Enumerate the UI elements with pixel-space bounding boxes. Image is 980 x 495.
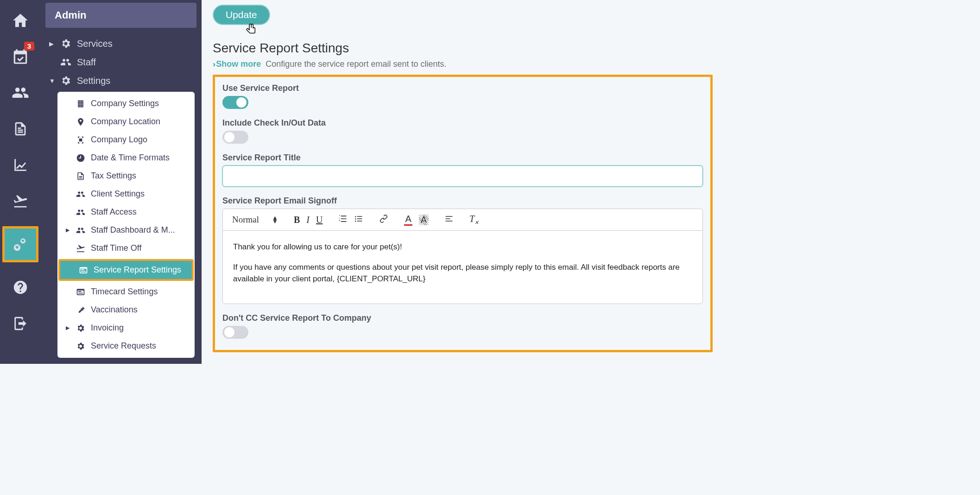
chart-icon[interactable]	[9, 154, 32, 176]
sub-tax[interactable]: Tax Settings	[57, 167, 195, 185]
editor-content[interactable]: Thank you for allowing us to care for yo…	[223, 231, 702, 304]
bold-button[interactable]: B	[294, 215, 300, 225]
caret-right-icon: ▶	[66, 227, 70, 233]
sub-staff-timeoff[interactable]: Staff Time Off	[57, 239, 195, 257]
unordered-list-button[interactable]	[354, 214, 363, 226]
vector-icon	[76, 135, 85, 145]
italic-button[interactable]: I	[306, 215, 310, 225]
clock-icon	[76, 153, 85, 163]
underline-button[interactable]: U	[316, 215, 322, 225]
sub-timecard[interactable]: Timecard Settings	[57, 283, 195, 301]
show-more-label: Show more	[216, 59, 261, 69]
label: Tax Settings	[91, 171, 136, 181]
sub-company-settings[interactable]: Company Settings	[57, 95, 195, 113]
sub-vaccinations[interactable]: Vaccinations	[57, 301, 195, 319]
updown-icon: ▲▼	[272, 216, 278, 223]
gear-icon	[60, 38, 71, 49]
settings-subnav: Company Settings Company Location Compan…	[57, 92, 195, 358]
label: Date & Time Formats	[91, 153, 170, 163]
nav-services-label: Services	[77, 38, 113, 49]
show-more-link[interactable]: ›› Show more	[213, 59, 261, 69]
sub-client[interactable]: Client Settings	[57, 185, 195, 203]
label: Staff Dashboard & M...	[91, 225, 175, 235]
users-icon	[76, 226, 85, 235]
link-button[interactable]	[379, 214, 388, 226]
label: Staff Access	[91, 207, 137, 217]
file-icon	[76, 171, 85, 181]
sub-staff-access[interactable]: Staff Access	[57, 203, 195, 221]
caret-down-icon: ▼	[49, 77, 55, 84]
plane-icon	[76, 244, 85, 253]
label: Service Requests	[91, 341, 156, 351]
sub-service-report[interactable]: Service Report Settings	[58, 259, 194, 281]
gear-icon	[60, 75, 71, 86]
highlight-color-button[interactable]: A	[419, 215, 429, 225]
users-icon[interactable]	[9, 82, 32, 104]
card-icon	[76, 287, 85, 297]
sidebar: Admin ▶ Services Staff ▼ Settings Compan…	[41, 0, 202, 364]
document-icon[interactable]	[9, 118, 32, 140]
use-service-report-toggle[interactable]	[222, 96, 248, 109]
plane-icon[interactable]	[9, 190, 32, 212]
users-icon	[76, 208, 85, 217]
format-dropdown[interactable]: Normal ▲▼	[232, 215, 278, 225]
description-text: Configure the service report email sent …	[266, 59, 446, 69]
sub-company-logo[interactable]: Company Logo	[57, 131, 195, 149]
field-title: Service Report Title	[222, 153, 703, 187]
label: Company Logo	[91, 135, 147, 145]
title-input[interactable]	[222, 165, 703, 187]
calendar-icon[interactable]: 3	[9, 45, 32, 68]
dont-cc-toggle[interactable]	[222, 326, 248, 339]
use-service-report-label: Use Service Report	[222, 83, 703, 93]
text-color-button[interactable]: A	[404, 214, 412, 226]
notification-badge: 3	[24, 42, 34, 51]
building-icon	[76, 99, 85, 108]
gear-icon	[76, 324, 85, 333]
nav-staff[interactable]: Staff	[44, 53, 197, 71]
label: Service Report Settings	[94, 265, 181, 275]
sub-date-time[interactable]: Date & Time Formats	[57, 149, 195, 167]
sub-service-requests[interactable]: Service Requests	[57, 337, 195, 355]
signoff-label: Service Report Email Signoff	[222, 196, 703, 206]
nav-settings[interactable]: ▼ Settings	[44, 71, 197, 90]
label: Staff Time Off	[91, 243, 141, 253]
update-button[interactable]: Update	[213, 5, 270, 25]
field-use-service-report: Use Service Report	[222, 83, 703, 109]
label: Invoicing	[91, 323, 124, 333]
syringe-icon	[76, 305, 85, 315]
sub-invoicing[interactable]: ▶ Invoicing	[57, 319, 195, 337]
sub-company-location[interactable]: Company Location	[57, 113, 195, 131]
nav-services[interactable]: ▶ Services	[44, 34, 197, 53]
caret-right-icon: ▶	[66, 325, 70, 331]
logout-icon[interactable]	[9, 312, 32, 335]
rich-text-editor: Normal ▲▼ B I U	[222, 209, 703, 304]
clear-format-button[interactable]: T✕	[469, 214, 479, 226]
help-icon[interactable]	[9, 276, 32, 298]
home-icon[interactable]	[9, 9, 32, 32]
sub-staff-dashboard[interactable]: ▶ Staff Dashboard & M...	[57, 221, 195, 239]
title-field-label: Service Report Title	[222, 153, 703, 163]
users-icon	[76, 190, 85, 199]
signoff-line1: Thank you for allowing us to care for yo…	[233, 241, 692, 253]
page-title: Service Report Settings	[213, 41, 713, 56]
chevron-right-double-icon: ››	[213, 60, 213, 69]
format-label: Normal	[232, 215, 259, 225]
editor-toolbar: Normal ▲▼ B I U	[223, 209, 702, 231]
description-row: ›› Show more Configure the service repor…	[213, 59, 713, 69]
field-dont-cc: Don't CC Service Report To Company	[222, 313, 703, 339]
pin-icon	[76, 117, 85, 127]
field-signoff: Service Report Email Signoff Normal ▲▼ B…	[222, 196, 703, 304]
nav-settings-label: Settings	[77, 76, 110, 86]
field-include-checkin: Include Check In/Out Data	[222, 118, 703, 144]
label: Company Location	[91, 117, 160, 127]
card-icon	[79, 266, 88, 275]
main-content: Update Service Report Settings ›› Show m…	[202, 0, 721, 364]
settings-form-highlight: Use Service Report Include Check In/Out …	[213, 75, 713, 352]
align-button[interactable]	[444, 214, 454, 226]
ordered-list-button[interactable]	[338, 214, 348, 226]
icon-rail: 3	[0, 0, 41, 364]
label: Company Settings	[91, 99, 159, 108]
include-checkin-toggle[interactable]	[222, 131, 248, 144]
settings-gears-icon[interactable]	[2, 226, 38, 262]
label: Client Settings	[91, 189, 145, 199]
